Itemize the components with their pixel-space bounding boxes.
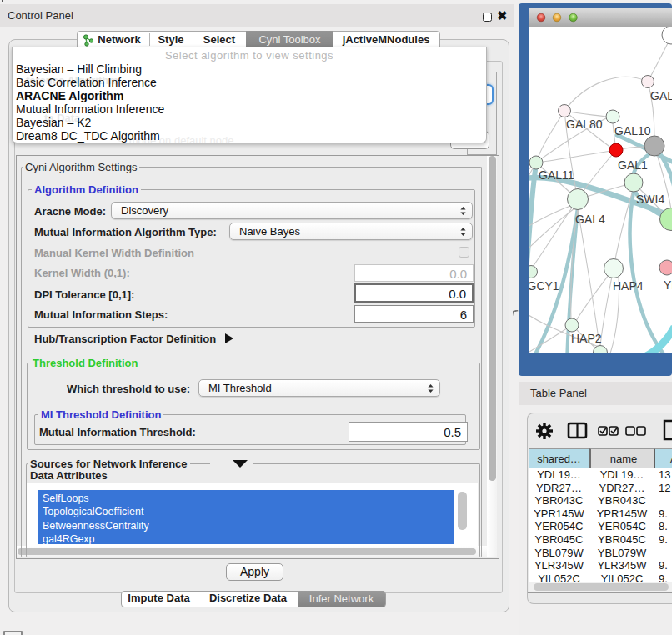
svg-text:GAL1: GAL1 (618, 158, 648, 172)
svg-text:GAL10: GAL10 (614, 124, 651, 138)
svg-text:GAL4: GAL4 (575, 212, 605, 226)
svg-text:HAP2: HAP2 (571, 332, 602, 345)
svg-text:HAP4: HAP4 (613, 279, 644, 292)
svg-text:GAL11: GAL11 (539, 168, 574, 182)
svg-text:SWI4: SWI4 (636, 192, 664, 206)
svg-text:GAL80: GAL80 (566, 118, 603, 131)
svg-text:GAL7: GAL7 (650, 89, 672, 102)
svg-text:GCY1: GCY1 (528, 279, 559, 292)
svg-text:YB: YB (664, 278, 672, 292)
